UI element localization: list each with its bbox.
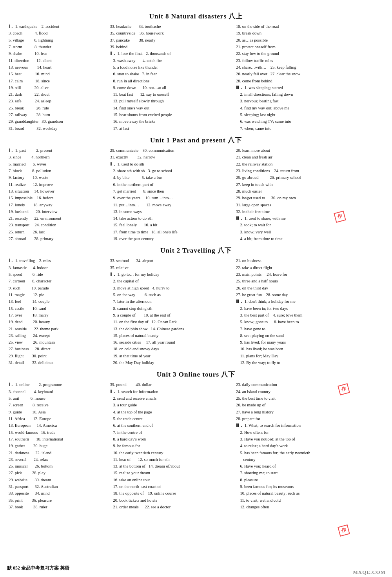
- u8-item: 5. village 6. lightning: [9, 37, 107, 44]
- u1-item: 27. keep in touch with: [236, 181, 383, 188]
- u3-item: century: [236, 456, 383, 463]
- u3-item: 11. hear of 12. so much for sth: [110, 456, 233, 463]
- u2-item: 5. know; gone to 6. have been to: [236, 319, 383, 325]
- unit8-col3: 18. on the side of the road 19. break do…: [234, 23, 385, 132]
- unit8-label: Unit 8 Natural disasters 八上: [149, 13, 243, 20]
- u3-item: 3. channel 4. keyboard: [9, 388, 107, 395]
- u8-item: 5. sleeping; last night: [236, 111, 383, 118]
- u1-item: 11. realize 12. improve: [9, 181, 107, 188]
- unit2-col2: 33. seafood 34. airport 35. relative Ⅱ． …: [109, 257, 234, 366]
- unit2-label: Unit 2 Travelling 八下: [160, 247, 231, 254]
- u3-item: 2. How often; for: [236, 429, 383, 436]
- u3-item: 29. website 30. dream: [9, 477, 107, 483]
- u2-item: 15. castle 16. sand: [9, 305, 107, 312]
- u8-item: Ⅱ． 1. lose the final 2. thousands of: [110, 50, 233, 57]
- u2-item: 18. on cold and snowy days: [110, 346, 233, 352]
- u2-item: 21. seaside 22. theme park: [9, 326, 107, 332]
- u8-item: 13. pull myself slowly through: [110, 98, 233, 104]
- page-number-label: 默 052 全品中考复习方案 英语: [7, 565, 69, 572]
- u3-item: 11. to visit; wet and cold: [236, 497, 383, 504]
- watermark: MXQE.COM: [353, 569, 386, 575]
- page-num-text: 默 052 全品中考复习方案 英语: [7, 565, 69, 571]
- u2-item: 2. have been in; for two days: [236, 305, 383, 312]
- u2-item: 10. has lived; he was born: [236, 346, 383, 352]
- u8-item: 2. in all directions; falling down: [236, 91, 383, 98]
- u1-item: Ⅲ． 1. used to share; with me: [236, 215, 383, 222]
- u1-item: 19. husband 20. interview: [9, 208, 107, 215]
- u3-item: 9. be famous for: [110, 442, 233, 449]
- u8-item: 14. find one's way out: [110, 105, 233, 111]
- u8-item: 15. hear shouts from excited people: [110, 111, 233, 118]
- u2-item: 5. speed 6. ride: [9, 271, 107, 278]
- u3-item: 7. in the centre of: [110, 429, 233, 436]
- u3-item: 13. European 14. America: [9, 422, 107, 429]
- u8-item: 29. granddaughter 30. grandson: [9, 118, 107, 125]
- u3-item: 4. to relax; a hard day's work: [236, 442, 383, 449]
- u2-item: 17. over 18. marry: [9, 312, 107, 319]
- u1-item: 5. married 6. wives: [9, 161, 107, 167]
- u2-item: 9. has lived; for many years: [236, 339, 383, 346]
- u1-item: 17. lonely 18. anyway: [9, 202, 107, 208]
- u8-item: 33. headache 34. toothache: [110, 23, 233, 30]
- u2-item: 5. on the way 6. such as: [110, 291, 233, 298]
- unit2-col3: 21. on business 22. take a direct flight…: [234, 257, 385, 366]
- u3-item: 6. at the southern end of: [110, 422, 233, 429]
- u2-item: 22. take a direct flight: [236, 264, 383, 271]
- u8-item: 6. was watching TV; came into: [236, 118, 383, 125]
- u2-item: 3. move at high speed 4. hurry to: [110, 285, 233, 291]
- u2-item: 16. seaside cities 17. all year round: [110, 339, 233, 346]
- u3-item: 20. book tickets and hotels: [110, 497, 233, 504]
- unit8-title: Unit 8 Natural disasters 八上: [7, 12, 385, 21]
- u2-item: 25. three and a half hours: [236, 278, 383, 284]
- u8-item: 26. nearly fall over 27. clear the snow: [236, 71, 383, 77]
- u1-item: 22. the railway station: [236, 161, 383, 167]
- u1-item: 23. transport 24. condition: [9, 222, 107, 228]
- u3-item: 15. world-famous 16. trade: [9, 429, 107, 436]
- u2-item: 27. business 28. direct: [9, 346, 107, 352]
- u8-item: 21. protect oneself from: [236, 44, 383, 50]
- u3-item: 10. places of natural beauty; such as: [236, 490, 383, 497]
- u3-item: 25. musical 26. bottom: [9, 463, 107, 470]
- u8-item: 19. break down: [236, 30, 383, 36]
- unit2-col1: Ⅰ． 1. travelling 2. miss 3. fantastic 4.…: [7, 257, 109, 366]
- u2-item: 11. on the first day of 12. Ocean Park: [110, 319, 233, 325]
- unit3-label: Unit 3 Online tours 八下: [157, 371, 236, 378]
- u2-item: 12. By the way; to fly to: [236, 359, 383, 366]
- u2-item: 9. such 10. parade: [9, 285, 107, 291]
- u3-item: 33. opposite 34. mind: [9, 490, 107, 497]
- u3-item: Ⅰ． 1. online 2. programme: [9, 381, 107, 388]
- u3-item: 13. at the bottom of 14. dream of/about: [110, 463, 233, 470]
- u2-item: 8. cannot stop doing sth: [110, 305, 233, 312]
- u1-item: 15. impossible 16. before: [9, 195, 107, 201]
- u1-item: 25. return 26. last: [9, 229, 107, 235]
- u2-item: 9. a couple of 10. at the end of: [110, 312, 233, 319]
- u2-item: 7. cartoon 8. character: [9, 278, 107, 284]
- u3-item: 3. a tour guide: [110, 402, 233, 408]
- u1-item: 7. block 8. pollution: [9, 167, 107, 174]
- u3-item: 4. at the top of the page: [110, 409, 233, 415]
- u3-item: 9. guide 10. Asia: [9, 409, 107, 415]
- u8-item: 17. at last: [110, 125, 233, 132]
- unit3-col2: 39. pound 40. dollar Ⅱ． 1. search for in…: [109, 381, 234, 510]
- unit1-col1: Ⅰ． 1. past 2. present 3. since 4. northe…: [7, 147, 109, 242]
- u2-item: 27. be great fun 28. some day: [236, 291, 383, 298]
- u3-item: 9. been famous for; its museums: [236, 483, 383, 490]
- u8-item: 9. come down 10. not…at all: [110, 84, 233, 91]
- u3-item: 26. be made up of: [236, 402, 383, 408]
- u8-item: 3. coach 4. flood: [9, 30, 107, 36]
- u3-item: 3. Have you noticed; at the top of: [236, 436, 383, 442]
- u1-item: 2. took; to wait for: [236, 222, 383, 228]
- u3-item: 24. an island country: [236, 388, 383, 395]
- unit8-content: Ⅰ． 1. earthquake 2. accident 3. coach 4.…: [7, 23, 385, 132]
- u1-item: Ⅰ． 1. past 2. present: [9, 147, 107, 154]
- unit3-content: Ⅰ． 1. online 2. programme 3. channel 4. …: [7, 381, 385, 510]
- u2-item: 13. the dolphin show 14. Chinese gardens: [110, 326, 233, 332]
- u8-item: 3. nervous; beating fast: [236, 98, 383, 104]
- u1-item: 31. large open spaces: [236, 202, 383, 208]
- u8-item: Ⅲ． 1. was sleeping; started: [236, 84, 383, 91]
- u8-item: 27. railway 28. burn: [9, 111, 107, 118]
- u1-item: 13. in some ways: [110, 208, 233, 215]
- u1-item: 13. situation 14. however: [9, 188, 107, 195]
- u2-item: Ⅰ． 1. travelling 2. miss: [9, 257, 107, 264]
- u3-item: 17. on the north-east coast of: [110, 483, 233, 490]
